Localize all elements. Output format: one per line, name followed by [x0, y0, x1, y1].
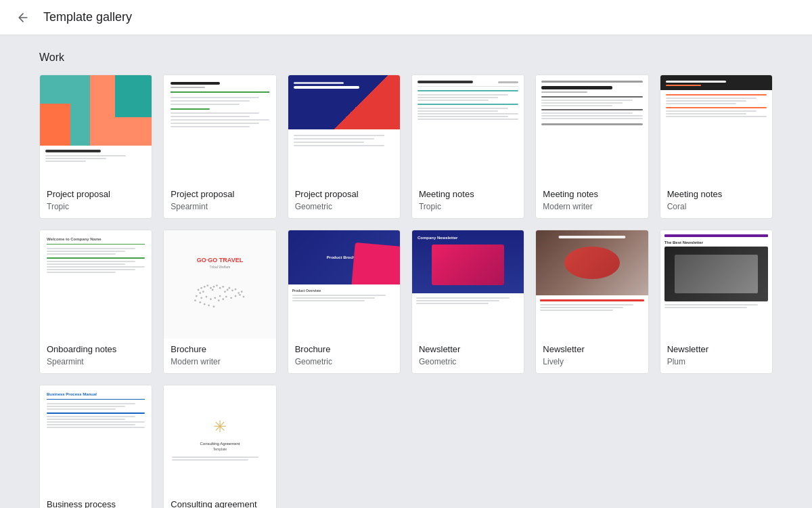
- template-sub: Tropic: [47, 202, 145, 211]
- template-sub: Spearmint: [171, 202, 269, 211]
- template-info: Newsletter Geometric: [412, 339, 524, 373]
- svg-point-20: [200, 297, 202, 299]
- template-info: Business process manual: [40, 494, 152, 508]
- template-card-brochure-geo[interactable]: Product Brochure Product Overview Brochu…: [288, 230, 401, 374]
- svg-point-1: [200, 287, 202, 289]
- template-grid-row1: Project proposal Tropic: [34, 75, 778, 219]
- svg-point-15: [231, 290, 233, 292]
- template-name: Brochure: [295, 344, 393, 356]
- template-name: Newsletter: [419, 344, 517, 356]
- main-content: Work: [34, 35, 778, 508]
- template-card-spearmint[interactable]: Project proposal Spearmint: [163, 75, 276, 219]
- svg-point-19: [196, 295, 198, 297]
- template-info: Onboarding notes Spearmint: [40, 339, 152, 373]
- template-sub: Geometric: [295, 357, 393, 366]
- svg-point-12: [224, 291, 226, 293]
- svg-point-10: [219, 287, 221, 289]
- template-name: Project proposal: [295, 189, 393, 200]
- svg-point-16: [235, 289, 237, 291]
- svg-point-5: [206, 285, 208, 287]
- template-grid-row3: Business Process Manual Business process…: [34, 385, 778, 508]
- template-sub: Coral: [667, 202, 765, 211]
- svg-point-3: [199, 293, 201, 295]
- svg-point-14: [228, 287, 230, 289]
- template-card-coral[interactable]: Meeting notes Coral: [660, 75, 773, 219]
- svg-point-4: [202, 291, 204, 293]
- template-name: Brochure: [171, 344, 269, 356]
- template-info: Brochure Modern writer: [164, 339, 275, 373]
- svg-point-21: [205, 296, 207, 298]
- section-label: Work: [34, 51, 778, 64]
- template-sub: Modern writer: [543, 202, 641, 211]
- template-card-onboarding[interactable]: Welcome to Company Name Onboarding notes…: [39, 230, 152, 374]
- svg-point-18: [241, 291, 243, 293]
- template-sub: Modern writer: [171, 357, 269, 366]
- svg-point-31: [242, 296, 244, 298]
- template-card-brochure-mw[interactable]: GO·GO TRAVEL Tribal Welfare: [163, 230, 276, 374]
- svg-point-13: [227, 289, 229, 291]
- template-info: Newsletter Lively: [536, 339, 648, 373]
- svg-point-23: [214, 297, 216, 299]
- template-info: Brochure Geometric: [288, 339, 400, 373]
- svg-point-30: [239, 294, 241, 296]
- template-grid-row2: Welcome to Company Name Onboarding notes…: [34, 230, 778, 374]
- template-name: Consulting agreement: [171, 499, 269, 508]
- svg-point-28: [230, 297, 232, 299]
- template-info: Project proposal Tropic: [40, 184, 152, 218]
- template-name: Meeting notes: [667, 189, 765, 200]
- template-name: Newsletter: [543, 344, 641, 356]
- svg-point-24: [219, 295, 221, 297]
- app-header: Template gallery: [0, 0, 812, 35]
- template-sub: Plum: [667, 357, 765, 366]
- page-title: Template gallery: [43, 10, 132, 24]
- svg-point-35: [208, 305, 210, 307]
- template-name: Meeting notes: [543, 189, 641, 200]
- template-card-newsletter-plum[interactable]: The Best Newsletter Newsletter Plum: [660, 230, 773, 374]
- template-name: Meeting notes: [419, 189, 517, 200]
- template-info: Project proposal Spearmint: [164, 184, 275, 218]
- template-name: Onboarding notes: [47, 344, 145, 356]
- svg-point-32: [194, 300, 196, 302]
- template-info: Consulting agreement by PandaDoc: [164, 494, 275, 508]
- svg-point-36: [212, 306, 215, 308]
- template-sub: Lively: [543, 357, 641, 366]
- template-name: Project proposal: [47, 189, 145, 200]
- template-name: Newsletter: [667, 344, 765, 356]
- template-card-consulting[interactable]: ✳ Consulting Agreement Template Consulti…: [163, 385, 276, 508]
- svg-point-29: [235, 295, 237, 297]
- template-sub: Geometric: [419, 357, 517, 366]
- svg-point-7: [212, 289, 214, 291]
- template-card-tropic[interactable]: Project proposal Tropic: [39, 75, 152, 219]
- template-sub: Tropic: [419, 202, 517, 211]
- template-sub: Geometric: [295, 202, 393, 211]
- svg-point-11: [222, 286, 224, 288]
- svg-point-26: [222, 299, 224, 301]
- svg-point-8: [212, 286, 215, 288]
- template-card-newsletter-geo[interactable]: Company Newsletter Newsletter Geometric: [411, 230, 524, 374]
- svg-point-9: [216, 285, 218, 287]
- svg-point-25: [218, 300, 220, 302]
- svg-point-17: [238, 293, 240, 295]
- template-card-meeting-tropic[interactable]: Meeting notes Tropic: [411, 75, 524, 219]
- template-info: Newsletter Plum: [660, 339, 772, 373]
- svg-point-2: [204, 286, 206, 288]
- svg-point-27: [225, 296, 227, 298]
- template-info: Meeting notes Coral: [660, 184, 772, 218]
- back-button[interactable]: [11, 5, 35, 30]
- svg-point-6: [210, 287, 212, 289]
- template-info: Meeting notes Modern writer: [536, 184, 648, 218]
- template-card-newsletter-lively[interactable]: Newsletter Lively: [535, 230, 648, 374]
- template-name: Project proposal: [171, 189, 269, 200]
- template-sub: Spearmint: [47, 357, 145, 366]
- template-info: Project proposal Geometric: [288, 184, 400, 218]
- template-card-bpm[interactable]: Business Process Manual Business process…: [39, 385, 152, 508]
- svg-point-22: [210, 299, 212, 301]
- template-name: Business process manual: [47, 499, 145, 508]
- template-info: Meeting notes Tropic: [412, 184, 524, 218]
- template-card-modern-writer[interactable]: Meeting notes Modern writer: [535, 75, 648, 219]
- template-card-geometric[interactable]: Project proposal Geometric: [288, 75, 401, 219]
- svg-point-0: [198, 289, 200, 291]
- svg-point-34: [204, 303, 206, 305]
- svg-point-33: [199, 301, 201, 303]
